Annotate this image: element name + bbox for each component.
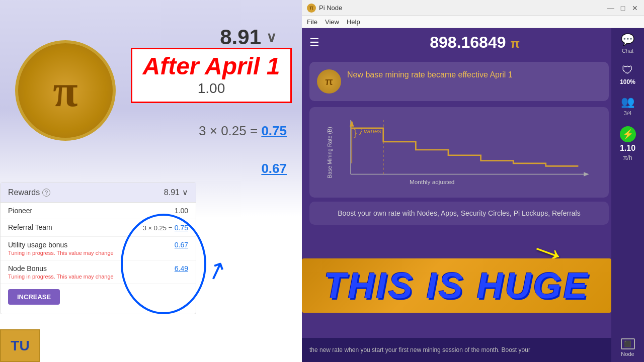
huge-banner-text: THIS IS HUGE bbox=[312, 267, 601, 304]
after-april-title: After April 1 bbox=[140, 54, 283, 78]
app-content: ☰ 898.16849 π ? π New base mining rate b… bbox=[302, 28, 644, 362]
mining-rate-unit: π/h bbox=[623, 154, 632, 161]
rewards-header: Rewards ? 8.91 ∨ bbox=[1, 183, 196, 203]
referral-value[interactable]: 0.75 bbox=[175, 224, 188, 232]
mining-rate-display: ⚡ 1.10 π/h bbox=[620, 126, 636, 161]
maximize-button[interactable]: □ bbox=[619, 4, 627, 12]
left-panel: π 8.91 ∨ After April 1 1.00 3 × 0.25 = 0… bbox=[0, 0, 302, 362]
node-bonus-value[interactable]: 6.49 bbox=[175, 264, 188, 273]
tu-logo: TU bbox=[0, 329, 40, 362]
window-title: Pi Node bbox=[319, 4, 607, 12]
boost-section: Boost your own rate with Nodes, Apps, Se… bbox=[309, 202, 609, 225]
minimize-button[interactable]: — bbox=[607, 4, 615, 12]
formula-result[interactable]: 0.75 bbox=[261, 123, 287, 138]
balance-display: 8.91 ∨ bbox=[220, 25, 277, 49]
mining-rate-chart: } Monthly adjusted Base Mining Rate (B) bbox=[317, 115, 601, 185]
formula-text: 3 × 0.25 = bbox=[199, 123, 258, 138]
referral-formula: 3 × 0.25 = bbox=[143, 224, 173, 232]
pi-balance-display: 898.16849 π bbox=[327, 33, 622, 52]
svg-text:}: } bbox=[354, 127, 357, 138]
rewards-help-icon[interactable]: ? bbox=[42, 189, 50, 197]
sidebar-item-node[interactable]: ⬛ Node bbox=[621, 338, 635, 357]
node-icon: ⬛ bbox=[621, 338, 635, 349]
node-label: Node bbox=[621, 351, 634, 357]
node-bonus-row: Node Bonus Tuning in progress. This valu… bbox=[1, 260, 196, 284]
boost-text: Boost your own rate with Nodes, Apps, Se… bbox=[338, 209, 580, 217]
rewards-title: Rewards ? bbox=[8, 188, 50, 197]
after-april-value: 1.00 bbox=[140, 80, 283, 97]
formula-line: 3 × 0.25 = 0.75 bbox=[199, 123, 287, 139]
svg-marker-2 bbox=[584, 172, 589, 176]
pioneer-label: Pioneer bbox=[8, 207, 32, 215]
users-count: 3/4 bbox=[624, 110, 631, 116]
after-april-box: After April 1 1.00 bbox=[131, 48, 292, 103]
huge-banner: THIS IS HUGE bbox=[302, 258, 611, 313]
right-sidebar: 💬 Chat 🛡 100% 👥 3/4 ⚡ 1.10 π/h bbox=[611, 28, 644, 362]
sidebar-item-chat[interactable]: 💬 Chat bbox=[621, 33, 634, 54]
menu-file[interactable]: File bbox=[307, 18, 317, 26]
blue-arrow-annotation: ↗ bbox=[202, 253, 231, 287]
balance-dropdown[interactable]: ∨ bbox=[266, 29, 277, 46]
notification-card: π New base mining rate became effective … bbox=[309, 62, 609, 101]
referral-label: Referral Team bbox=[8, 223, 52, 231]
chat-icon: 💬 bbox=[621, 33, 634, 46]
hamburger-icon[interactable]: ☰ bbox=[309, 36, 319, 49]
svg-text:Monthly adjusted: Monthly adjusted bbox=[410, 178, 454, 185]
close-button[interactable]: ✕ bbox=[631, 4, 639, 12]
menubar: File View Help bbox=[302, 16, 644, 28]
notification-text: New base mining rate became effective Ap… bbox=[347, 69, 513, 80]
sidebar-item-shield[interactable]: 🛡 100% bbox=[620, 64, 635, 85]
rewards-section: Rewards ? 8.91 ∨ Pioneer 1.00 Referral T… bbox=[0, 182, 196, 314]
window-titlebar: π Pi Node — □ ✕ bbox=[302, 0, 644, 16]
chart-area: } varies } bbox=[309, 107, 609, 198]
chat-label: Chat bbox=[622, 48, 633, 54]
svg-text:Base Mining Rate (B): Base Mining Rate (B) bbox=[327, 127, 333, 178]
balance-value: 8.91 bbox=[220, 25, 261, 49]
users-icon: 👥 bbox=[621, 96, 634, 109]
main-content: π New base mining rate became effective … bbox=[302, 57, 644, 338]
pi-symbol-large: π bbox=[53, 65, 77, 117]
pi-symbol-right: π bbox=[510, 37, 519, 50]
pioneer-row: Pioneer 1.00 bbox=[1, 203, 196, 219]
increase-button[interactable]: INCREASE bbox=[8, 289, 60, 305]
window-controls: — □ ✕ bbox=[607, 4, 639, 12]
utility-note: Tuning in progress. This value may chang… bbox=[8, 250, 114, 256]
utility-value[interactable]: 0.67 bbox=[175, 241, 188, 249]
window-app-icon: π bbox=[307, 4, 316, 13]
varies-label: } varies bbox=[360, 127, 381, 135]
utility-label: Utility usage bonus bbox=[8, 241, 114, 249]
rewards-dropdown[interactable]: ∨ bbox=[182, 188, 188, 197]
shield-icon: 🛡 bbox=[622, 64, 633, 77]
rewards-total: 8.91 ∨ bbox=[164, 188, 188, 197]
svg-marker-6 bbox=[350, 120, 354, 127]
node-bonus-note: Tuning in progress. This value may chang… bbox=[8, 274, 114, 280]
node-bonus-label: Node Bonus bbox=[8, 264, 114, 273]
utility-row: Utility usage bonus Tuning in progress. … bbox=[1, 237, 196, 260]
right-panel: π Pi Node — □ ✕ File View Help ☰ 898.168… bbox=[302, 0, 644, 362]
referral-row: Referral Team 3 × 0.25 = 0.75 bbox=[1, 219, 196, 237]
pioneer-value: 1.00 bbox=[175, 207, 188, 215]
shield-percent: 100% bbox=[620, 78, 635, 85]
pi-notification-icon: π bbox=[317, 69, 341, 94]
menu-help[interactable]: Help bbox=[347, 18, 360, 26]
mining-bolt-icon: ⚡ bbox=[620, 126, 636, 142]
menu-view[interactable]: View bbox=[325, 18, 339, 26]
mining-rate-value: 1.10 bbox=[620, 144, 635, 153]
value-link[interactable]: 0.67 bbox=[261, 161, 287, 176]
app-header: ☰ 898.16849 π ? bbox=[302, 28, 644, 57]
bottom-bar: the new rate when you start your first n… bbox=[302, 338, 644, 362]
pi-logo: π bbox=[15, 40, 116, 141]
sidebar-item-users[interactable]: 👥 3/4 bbox=[621, 96, 634, 116]
bottom-text: the new rate when you start your first n… bbox=[309, 346, 530, 354]
